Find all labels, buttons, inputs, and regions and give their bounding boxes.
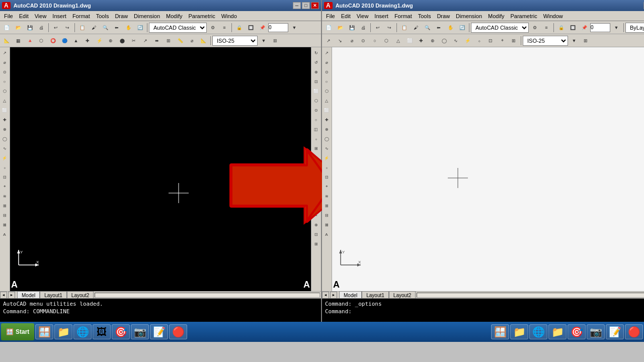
taskbar-app-7[interactable]: 📝 — [150, 324, 168, 339]
left-side-2[interactable]: ⌀ — [0, 58, 9, 67]
right-side-20[interactable]: A — [322, 230, 331, 239]
left-rs-9[interactable]: ◫ — [311, 125, 320, 134]
left-rs-6[interactable]: ⬡ — [311, 96, 320, 105]
left-tb-layer-btn[interactable]: ▼ — [289, 22, 300, 33]
left-scroll-track[interactable] — [95, 293, 320, 298]
right-layer-dropdown-btn[interactable]: ▼ — [611, 22, 622, 33]
left-rs-2[interactable]: ↺ — [311, 58, 320, 67]
left-side-8[interactable]: ✚ — [0, 115, 9, 124]
taskbar-app-r7[interactable]: 📝 — [606, 324, 624, 339]
right-tb2-4[interactable]: ⊙ — [358, 35, 369, 46]
left-side-13[interactable]: ⬦ — [0, 163, 9, 172]
taskbar-app-5[interactable]: 🎯 — [112, 324, 130, 339]
left-maximize-btn[interactable]: □ — [302, 2, 310, 9]
right-scroll-right[interactable]: ► — [330, 292, 337, 299]
left-tb2-13[interactable]: ↗ — [140, 35, 151, 46]
left-side-6[interactable]: △ — [0, 96, 9, 105]
left-menu-file[interactable]: File — [1, 13, 16, 20]
right-side-5[interactable]: ⬡ — [322, 86, 331, 96]
left-scroll-right[interactable]: ► — [8, 292, 15, 299]
right-menu-draw[interactable]: Draw — [434, 13, 453, 20]
right-tb-zoom-prev[interactable]: ⬅ — [433, 22, 444, 33]
right-side-6[interactable]: △ — [322, 96, 331, 105]
right-tb-print[interactable]: 🖨 — [358, 22, 369, 33]
left-side-10[interactable]: ◯ — [0, 134, 9, 143]
right-tb-regen[interactable]: 🔄 — [456, 22, 467, 33]
right-workspace-select[interactable]: AutoCAD Classic — [471, 23, 529, 33]
taskbar-app-4[interactable]: 🖼 — [93, 324, 111, 339]
right-side-18[interactable]: ⊟ — [322, 211, 331, 220]
right-tb2-17[interactable]: ⊞ — [508, 35, 519, 46]
left-layer-input[interactable] — [268, 23, 288, 32]
right-scroll-left[interactable]: ◄ — [322, 292, 329, 299]
left-menu-view[interactable]: View — [32, 13, 50, 20]
left-side-12[interactable]: ⚡ — [0, 153, 9, 162]
right-menu-insert[interactable]: Insert — [371, 13, 391, 20]
left-tb2-16[interactable]: 📏 — [175, 35, 186, 46]
right-side-16[interactable]: ≋ — [322, 192, 331, 201]
right-linetype-select[interactable]: ISO-25 — [523, 36, 568, 46]
right-tb2-5[interactable]: ○ — [369, 35, 380, 46]
right-tb-zoom-ext[interactable]: 🔍 — [422, 22, 433, 33]
right-side-13[interactable]: ⬦ — [322, 163, 331, 172]
right-tb2-2[interactable]: ↘ — [335, 35, 346, 46]
left-tb2-4[interactable]: ⬡ — [36, 35, 47, 46]
left-menu-insert[interactable]: Insert — [49, 13, 69, 20]
right-menu-modify[interactable]: Modify — [485, 13, 507, 20]
right-tb-new[interactable]: 📄 — [323, 22, 334, 33]
left-menu-draw[interactable]: Draw — [112, 13, 131, 20]
left-menu-format[interactable]: Format — [69, 13, 93, 20]
right-tb2-15[interactable]: ⊡ — [485, 35, 496, 46]
right-tb-open[interactable]: 📂 — [335, 22, 346, 33]
left-tb2-10[interactable]: ⊕ — [105, 35, 116, 46]
right-side-14[interactable]: ⊡ — [322, 172, 331, 182]
right-menu-tools[interactable]: Tools — [415, 13, 434, 20]
left-tb2-14[interactable]: ⬌ — [151, 35, 163, 46]
left-tb-l1[interactable]: 🔒 — [233, 22, 245, 33]
right-scroll-track[interactable] — [417, 293, 644, 298]
taskbar-app-r1[interactable]: 🪟 — [491, 324, 509, 339]
right-tb-plot[interactable]: 📋 — [398, 22, 410, 33]
left-side-16[interactable]: ≋ — [0, 192, 9, 201]
taskbar-app-r3[interactable]: 🌐 — [529, 324, 547, 339]
right-tb2-1[interactable]: ↗ — [323, 35, 334, 46]
left-linetype-select[interactable]: ISO-25 — [212, 36, 258, 46]
right-side-19[interactable]: ⊠ — [322, 220, 331, 229]
right-tb2-12[interactable]: ∿ — [450, 35, 461, 46]
left-workspace-select[interactable]: AutoCAD Classic — [149, 23, 207, 33]
taskbar-app-r5[interactable]: 🎯 — [568, 324, 586, 339]
right-iso-dropdown[interactable]: ▼ — [569, 35, 580, 46]
taskbar-app-2[interactable]: 📁 — [54, 324, 72, 339]
right-side-11[interactable]: ∿ — [322, 144, 331, 153]
right-bylayer-select[interactable]: ByLayer — [625, 23, 644, 33]
right-tb2-8[interactable]: ⬜ — [404, 35, 415, 46]
left-tb2-8[interactable]: ✚ — [82, 35, 93, 46]
right-menu-edit[interactable]: Edit — [338, 13, 354, 20]
left-tb2-11[interactable]: ⬤ — [117, 35, 128, 46]
left-tb-redo[interactable]: ↪ — [62, 22, 73, 33]
right-tb-redo[interactable]: ↪ — [384, 22, 395, 33]
left-side-3[interactable]: ⊙ — [0, 67, 9, 76]
right-tb-ws-settings[interactable]: ⚙ — [529, 22, 540, 33]
left-side-9[interactable]: ⊕ — [0, 125, 9, 134]
right-tb-undo[interactable]: ↩ — [372, 22, 383, 33]
left-side-14[interactable]: ⊡ — [0, 172, 9, 182]
left-close-btn[interactable]: ✕ — [311, 2, 319, 9]
right-side-7[interactable]: ⬜ — [322, 106, 331, 115]
left-rs-4[interactable]: ⊡ — [311, 77, 320, 86]
right-tb2-3[interactable]: ⌀ — [346, 35, 357, 46]
right-tb2-9[interactable]: ✚ — [416, 35, 427, 46]
left-tb-cust[interactable]: ≡ — [219, 22, 230, 33]
left-minimize-btn[interactable]: ─ — [293, 2, 301, 9]
left-tb-new[interactable]: 📄 — [1, 22, 12, 33]
left-rs-3[interactable]: ⊕ — [311, 67, 320, 76]
right-side-12[interactable]: ⚡ — [322, 153, 331, 162]
left-side-19[interactable]: ⊠ — [0, 220, 9, 229]
left-tb-zoom-prev[interactable]: ⬅ — [111, 22, 122, 33]
left-side-4[interactable]: ○ — [0, 77, 9, 86]
right-tb2-7[interactable]: △ — [392, 35, 404, 46]
left-menu-dimension[interactable]: Dimension — [131, 13, 163, 20]
left-tb-open[interactable]: 📂 — [13, 22, 24, 33]
taskbar-app-r4[interactable]: 📁 — [548, 324, 567, 339]
left-tb2-9[interactable]: ⚡ — [94, 35, 105, 46]
